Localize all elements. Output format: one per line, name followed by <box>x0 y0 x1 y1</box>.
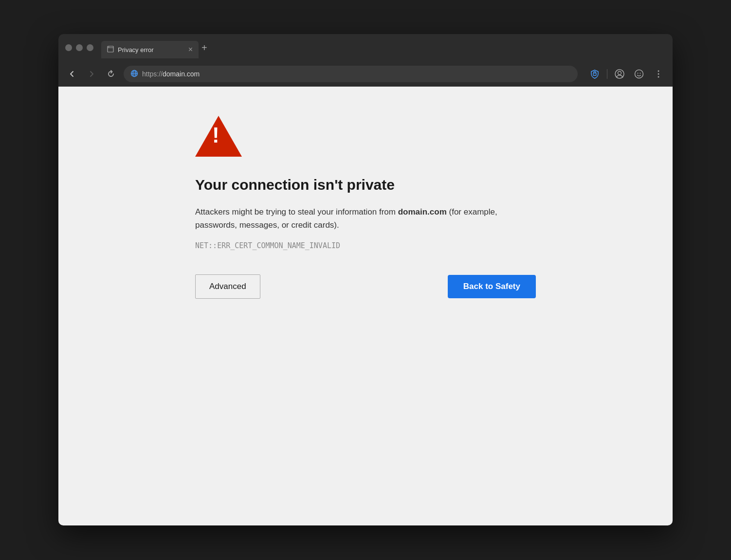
warning-icon <box>195 116 536 159</box>
forward-button[interactable] <box>85 67 98 81</box>
globe-icon <box>130 70 138 79</box>
toolbar-icons <box>587 67 666 81</box>
description-domain: domain.com <box>398 207 447 217</box>
menu-button[interactable] <box>651 67 666 81</box>
svg-point-13 <box>640 73 641 74</box>
url-protocol: https:// <box>142 70 163 78</box>
back-to-safety-button[interactable]: Back to Safety <box>448 275 536 298</box>
shield-icon-button[interactable] <box>587 67 602 81</box>
tab-title: Privacy error <box>118 46 154 54</box>
svg-point-14 <box>658 71 659 72</box>
url-domain: domain.com <box>163 70 200 78</box>
svg-rect-8 <box>593 73 596 75</box>
url-display: https://domain.com <box>142 70 200 78</box>
toolbar-separator <box>607 69 607 79</box>
browser-window: Privacy error × + <box>58 34 673 525</box>
error-container: Your connection isn't private Attackers … <box>185 116 546 299</box>
error-description: Attackers might be trying to steal your … <box>195 205 536 232</box>
warning-triangle <box>195 116 242 157</box>
browser-tab[interactable]: Privacy error × <box>101 41 199 58</box>
traffic-lights <box>65 44 93 51</box>
svg-point-16 <box>658 76 659 78</box>
traffic-light-minimize[interactable] <box>76 44 83 51</box>
tab-bar: Privacy error × + <box>101 34 666 61</box>
traffic-light-close[interactable] <box>65 44 72 51</box>
svg-point-10 <box>618 72 621 75</box>
back-button[interactable] <box>65 67 79 81</box>
reload-button[interactable] <box>104 67 118 81</box>
svg-point-11 <box>635 70 643 78</box>
title-bar: Privacy error × + <box>58 34 673 61</box>
address-bar[interactable]: https://domain.com <box>124 66 578 82</box>
svg-point-2 <box>109 46 110 47</box>
advanced-button[interactable]: Advanced <box>195 274 260 299</box>
emoji-icon-button[interactable] <box>632 67 646 81</box>
new-tab-button[interactable]: + <box>201 42 207 54</box>
svg-point-12 <box>638 73 639 74</box>
page-content: Your connection isn't private Attackers … <box>58 87 673 525</box>
error-code: NET::ERR_CERT_COMMON_NAME_INVALID <box>195 241 536 250</box>
profile-icon-button[interactable] <box>612 67 627 81</box>
traffic-light-maximize[interactable] <box>87 44 93 51</box>
tab-close-button[interactable]: × <box>188 46 193 54</box>
error-heading: Your connection isn't private <box>195 176 536 194</box>
button-row: Advanced Back to Safety <box>195 274 536 299</box>
description-before: Attackers might be trying to steal your … <box>195 207 398 217</box>
nav-bar: https://domain.com <box>58 61 673 87</box>
svg-point-15 <box>658 73 659 75</box>
tab-page-icon <box>107 46 114 54</box>
